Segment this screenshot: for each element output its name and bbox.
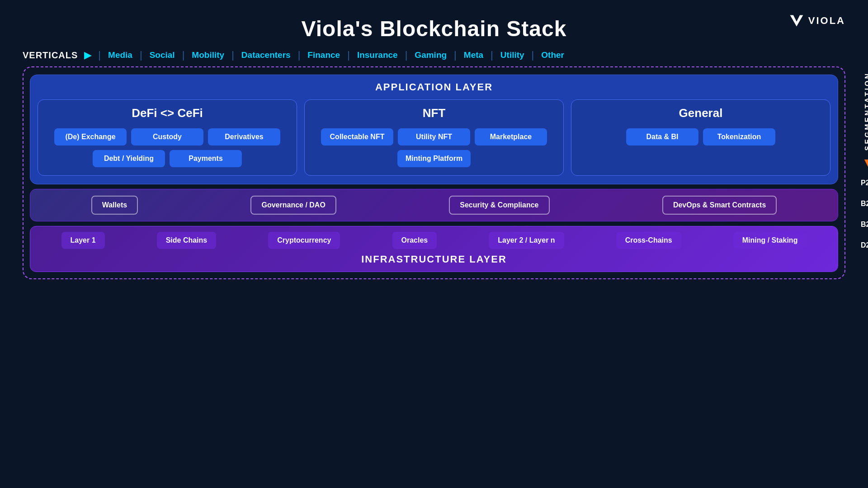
general-items: Data & BI Tokenization xyxy=(579,128,823,145)
nft-items: Collectable NFT Utility NFT Marketplace … xyxy=(312,128,556,167)
vertical-finance[interactable]: Finance xyxy=(300,50,347,60)
vertical-datacenters[interactable]: Datacenters xyxy=(234,50,298,60)
vertical-mobility[interactable]: Mobility xyxy=(184,50,231,60)
defi-cefi-title: DeFi <> CeFi xyxy=(45,106,289,120)
vertical-meta[interactable]: Meta xyxy=(457,50,491,60)
chip-wallets[interactable]: Wallets xyxy=(91,196,138,215)
chip-governance-dao[interactable]: Governance / DAO xyxy=(250,196,336,215)
segmentation-panel: SEGMENTATION ▼ P2P B2B B2C D2D xyxy=(861,67,868,278)
general-card: General Data & BI Tokenization xyxy=(571,99,830,176)
seg-d2d: D2D xyxy=(861,241,868,249)
segmentation-arrow-icon: ▼ xyxy=(862,155,868,170)
vertical-media[interactable]: Media xyxy=(101,50,140,60)
chip-devops-smart-contracts[interactable]: DevOps & Smart Contracts xyxy=(662,196,777,215)
middleware-layer: Wallets Governance / DAO Security & Comp… xyxy=(30,189,838,221)
logo: VIOLA xyxy=(788,13,845,29)
chip-tokenization[interactable]: Tokenization xyxy=(703,128,775,145)
chip-layer2[interactable]: Layer 2 / Layer n xyxy=(489,232,564,249)
application-layer-title: APPLICATION LAYER xyxy=(38,81,830,93)
chip-derivatives[interactable]: Derivatives xyxy=(208,128,280,145)
nft-card: NFT Collectable NFT Utility NFT Marketpl… xyxy=(304,99,564,176)
chip-mining-staking[interactable]: Mining / Staking xyxy=(733,232,807,249)
chip-cryptocurrency[interactable]: Cryptocurrency xyxy=(268,232,340,249)
chip-minting-platform[interactable]: Minting Platform xyxy=(397,150,471,167)
page-title: Viola's Blockchain Stack xyxy=(302,16,567,41)
verticals-label: VERTICALS xyxy=(23,50,78,61)
stack-container: SEGMENTATION ▼ P2P B2B B2C D2D APPLICATI… xyxy=(23,66,845,279)
chip-data-bi[interactable]: Data & BI xyxy=(626,128,698,145)
chip-de-exchange[interactable]: (De) Exchange xyxy=(54,128,127,145)
segmentation-items: P2P B2B B2C D2D xyxy=(861,179,868,249)
chip-debt-yielding[interactable]: Debt / Yielding xyxy=(93,150,165,167)
vertical-gaming[interactable]: Gaming xyxy=(407,50,454,60)
general-title: General xyxy=(579,106,823,120)
seg-b2c: B2C xyxy=(861,221,868,229)
chip-oracles[interactable]: Oracles xyxy=(392,232,437,249)
verticals-arrow-icon: ▶ xyxy=(84,49,92,61)
chip-side-chains[interactable]: Side Chains xyxy=(157,232,217,249)
chip-layer1[interactable]: Layer 1 xyxy=(61,232,105,249)
logo-text: VIOLA xyxy=(808,15,845,27)
vertical-social[interactable]: Social xyxy=(142,50,182,60)
svg-marker-0 xyxy=(790,15,803,26)
verticals-bar: VERTICALS ▶ | Media | Social | Mobility … xyxy=(23,49,845,61)
chip-custody[interactable]: Custody xyxy=(131,128,203,145)
infrastructure-layer: Layer 1 Side Chains Cryptocurrency Oracl… xyxy=(30,226,838,272)
application-layer: APPLICATION LAYER DeFi <> CeFi (De) Exch… xyxy=(30,75,838,184)
segmentation-label-text: SEGMENTATION xyxy=(864,72,868,151)
seg-p2p: P2P xyxy=(861,179,868,187)
vertical-utility[interactable]: Utility xyxy=(493,50,532,60)
chip-marketplace[interactable]: Marketplace xyxy=(475,128,547,145)
vertical-other[interactable]: Other xyxy=(534,50,571,60)
chip-security-compliance[interactable]: Security & Compliance xyxy=(449,196,549,215)
vertical-insurance[interactable]: Insurance xyxy=(350,50,405,60)
infrastructure-layer-title: INFRASTRUCTURE LAYER xyxy=(38,253,830,265)
infra-chips: Layer 1 Side Chains Cryptocurrency Oracl… xyxy=(38,232,830,249)
seg-b2b: B2B xyxy=(861,200,868,208)
chip-utility-nft[interactable]: Utility NFT xyxy=(398,128,470,145)
chip-payments[interactable]: Payments xyxy=(170,150,242,167)
chip-cross-chains[interactable]: Cross-Chains xyxy=(616,232,681,249)
viola-logo-icon xyxy=(788,13,805,29)
seg-cards: DeFi <> CeFi (De) Exchange Custody Deriv… xyxy=(38,99,830,176)
nft-title: NFT xyxy=(312,106,556,120)
defi-cefi-items: (De) Exchange Custody Derivatives Debt /… xyxy=(45,128,289,167)
chip-collectable-nft[interactable]: Collectable NFT xyxy=(321,128,393,145)
defi-cefi-card: DeFi <> CeFi (De) Exchange Custody Deriv… xyxy=(38,99,297,176)
